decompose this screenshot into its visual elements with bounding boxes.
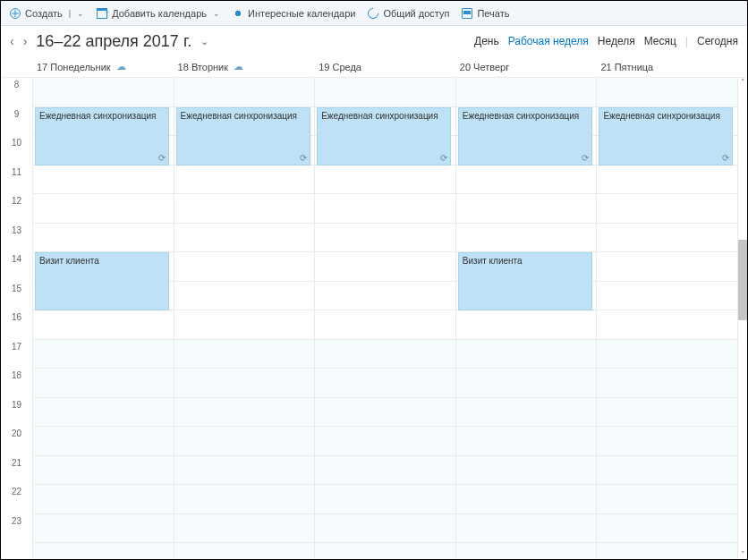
time-slot[interactable] (597, 310, 738, 340)
chevron-down-icon[interactable]: ⌄ (200, 36, 208, 47)
event-sync[interactable]: Ежедневная синхронизация⟳ (599, 107, 733, 165)
time-slot[interactable] (315, 456, 456, 486)
time-slot[interactable] (33, 340, 174, 369)
time-slot[interactable] (174, 340, 316, 369)
day-header[interactable]: 20 Четверг (456, 62, 598, 72)
time-slot[interactable] (456, 514, 598, 544)
time-slot[interactable] (456, 78, 598, 107)
scroll-down-button[interactable]: ˅ (738, 550, 747, 559)
prev-week-button[interactable]: ‹ (10, 34, 14, 48)
time-slot[interactable] (33, 398, 174, 428)
print-button[interactable]: Печать (462, 8, 509, 19)
time-slot[interactable] (315, 252, 456, 282)
time-slot[interactable] (315, 427, 456, 456)
scroll-up-button[interactable]: ˄ (738, 78, 747, 87)
share-button[interactable]: Общий доступ (368, 8, 449, 19)
time-slot[interactable] (315, 310, 456, 340)
time-slot[interactable] (456, 398, 598, 428)
time-slot[interactable] (597, 398, 738, 428)
interesting-calendars-button[interactable]: Интересные календари (233, 8, 355, 19)
time-slot[interactable] (33, 485, 174, 514)
time-slot[interactable] (315, 543, 456, 559)
time-slot[interactable] (456, 194, 598, 224)
time-slot[interactable] (174, 78, 316, 107)
time-slot[interactable] (315, 369, 456, 398)
event-sync[interactable]: Ежедневная синхронизация⟳ (317, 107, 451, 165)
time-slot[interactable] (33, 369, 174, 398)
time-slot[interactable] (33, 165, 174, 195)
add-calendar-button[interactable]: Добавить календарь ⌄ (97, 8, 220, 19)
time-slot[interactable] (174, 369, 316, 398)
time-slot[interactable] (174, 398, 316, 428)
time-slot[interactable] (597, 252, 738, 282)
time-slot[interactable] (33, 514, 174, 544)
time-slot[interactable] (456, 485, 598, 514)
time-slot[interactable] (315, 78, 456, 107)
time-slot[interactable] (315, 282, 456, 311)
time-slot[interactable] (315, 485, 456, 514)
time-slot[interactable] (33, 427, 174, 456)
chevron-down-icon[interactable]: ⌄ (213, 9, 220, 18)
time-slot[interactable] (33, 456, 174, 486)
time-slot[interactable] (456, 369, 598, 398)
time-slot[interactable] (315, 194, 456, 224)
event-sync[interactable]: Ежедневная синхронизация⟳ (176, 107, 310, 165)
time-slot[interactable] (597, 514, 738, 544)
time-slot[interactable] (33, 194, 174, 224)
time-slot[interactable] (456, 224, 598, 253)
time-slot[interactable] (174, 165, 316, 195)
time-slot[interactable] (597, 224, 738, 253)
view-today[interactable]: Сегодня (697, 35, 738, 47)
time-slot[interactable] (456, 427, 598, 456)
time-slot[interactable] (597, 165, 738, 195)
view-month[interactable]: Месяц (644, 35, 676, 47)
time-slot[interactable] (597, 485, 738, 514)
event-sync[interactable]: Ежедневная синхронизация⟳ (458, 107, 592, 165)
time-slot[interactable] (33, 78, 174, 107)
time-slot[interactable] (174, 224, 316, 253)
time-slot[interactable] (174, 514, 316, 544)
time-slot[interactable] (597, 543, 738, 559)
event-sync[interactable]: Ежедневная синхронизация⟳ (35, 107, 169, 165)
view-workweek[interactable]: Рабочая неделя (508, 35, 589, 47)
time-slot[interactable] (456, 165, 598, 195)
time-slot[interactable] (597, 369, 738, 398)
time-slot[interactable] (174, 194, 316, 224)
next-week-button[interactable]: › (23, 34, 28, 48)
event-visit[interactable]: Визит клиента (35, 252, 169, 310)
time-slot[interactable] (33, 224, 174, 253)
time-slot[interactable] (315, 224, 456, 253)
time-slot[interactable] (597, 427, 738, 456)
time-slot[interactable] (174, 252, 316, 282)
event-visit[interactable]: Визит клиента (458, 252, 592, 310)
time-slot[interactable] (315, 514, 456, 544)
time-slot[interactable] (33, 543, 174, 559)
view-day[interactable]: День (474, 35, 499, 47)
time-slot[interactable] (174, 456, 316, 486)
time-slot[interactable] (456, 543, 598, 559)
time-slot[interactable] (597, 78, 738, 107)
time-slot[interactable] (315, 398, 456, 428)
time-slot[interactable] (174, 310, 316, 340)
time-slot[interactable] (174, 427, 316, 456)
time-slot[interactable] (315, 165, 456, 195)
time-slot[interactable] (174, 543, 316, 559)
day-header[interactable]: 19 Среда (315, 62, 456, 72)
time-slot[interactable] (597, 340, 738, 369)
create-button[interactable]: Создать | ⌄ (10, 8, 84, 19)
scrollbar-thumb[interactable] (738, 240, 747, 320)
time-slot[interactable] (456, 340, 598, 369)
time-slot[interactable] (456, 310, 598, 340)
time-slot[interactable] (597, 456, 738, 486)
time-slot[interactable] (174, 282, 316, 311)
time-slot[interactable] (597, 194, 738, 224)
view-week[interactable]: Неделя (598, 35, 635, 47)
day-header[interactable]: 21 Пятница (597, 62, 738, 72)
day-header[interactable]: 17 Понедельник☁ (33, 61, 174, 72)
time-slot[interactable] (456, 456, 598, 486)
day-header[interactable]: 18 Вторник☁ (174, 61, 316, 72)
time-slot[interactable] (174, 485, 316, 514)
chevron-down-icon[interactable]: ⌄ (77, 9, 84, 18)
time-slot[interactable] (315, 340, 456, 369)
time-slot[interactable] (33, 310, 174, 340)
